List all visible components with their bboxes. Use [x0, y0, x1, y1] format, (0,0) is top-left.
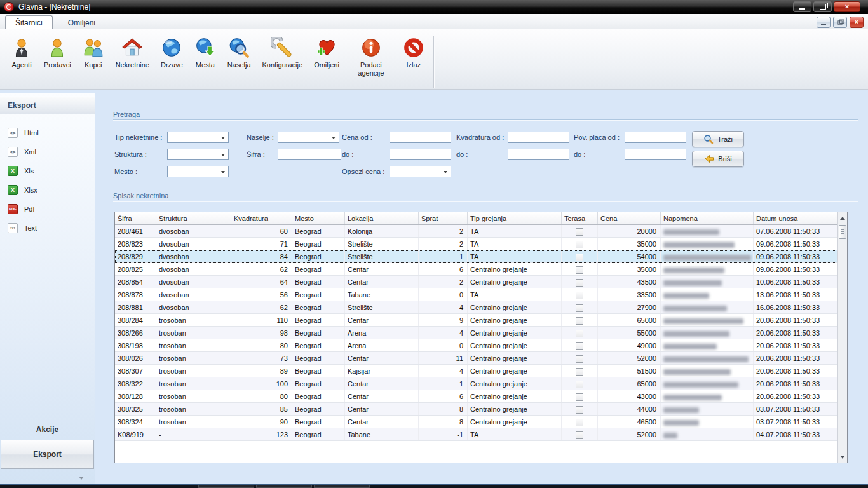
sifra-input[interactable]: [278, 149, 341, 160]
column-header[interactable]: Sprat: [419, 212, 468, 224]
cena-od-input[interactable]: [390, 132, 451, 143]
scroll-up-button[interactable]: [838, 213, 847, 223]
toolbar-button-naselja[interactable]: Naselja: [222, 34, 257, 72]
terasa-checkbox[interactable]: [576, 241, 583, 248]
table-row[interactable]: 308/266trosoban98BeogradArena4Centralno …: [115, 327, 837, 339]
toolbar-button-nekretnine[interactable]: Nekretnine: [110, 34, 155, 72]
opsezi-cena-select[interactable]: [390, 166, 451, 177]
tab-omiljeni[interactable]: Omiljeni: [58, 15, 105, 30]
table-row[interactable]: 308/284trosoban110BeogradCentar9Centraln…: [115, 314, 837, 327]
terasa-checkbox[interactable]: [576, 330, 583, 337]
brisi-button[interactable]: Briši: [692, 151, 744, 167]
napomena-cell-redacted: [661, 288, 754, 301]
table-row[interactable]: 308/128trosoban80BeogradCentar6Centralno…: [115, 390, 837, 403]
sidebar-item-xml[interactable]: <>Xml: [0, 142, 95, 161]
triangle-up-icon: [840, 214, 845, 220]
column-header[interactable]: Cena: [598, 212, 661, 224]
sidebar-panel-eksport[interactable]: Eksport: [1, 440, 94, 469]
terasa-checkbox[interactable]: [576, 279, 583, 287]
table-row[interactable]: K08/919-123BeogradTabane-1TA5200004.07.2…: [115, 428, 837, 441]
sidebar-item-xlsx[interactable]: XXlsx: [0, 180, 95, 200]
toolbar-button-izlaz[interactable]: Izlaz: [397, 34, 430, 72]
cell: Beograd: [292, 390, 345, 402]
mesto-select[interactable]: [167, 166, 229, 177]
taskbar-button[interactable]: [314, 485, 370, 488]
column-header[interactable]: Terasa: [562, 212, 598, 224]
column-header[interactable]: Struktura: [156, 212, 231, 224]
table-row[interactable]: 208/461dvosoban60BeogradKolonija2TA20000…: [115, 225, 837, 238]
scrollbar-thumb[interactable]: [839, 225, 846, 239]
scroll-down-button[interactable]: [838, 452, 847, 462]
table-row[interactable]: 308/026trosoban73BeogradCentar11Centraln…: [115, 352, 837, 365]
cena-do-input[interactable]: [390, 149, 451, 160]
mdi-restore-button[interactable]: [833, 17, 847, 28]
terasa-checkbox[interactable]: [576, 368, 583, 376]
terasa-checkbox[interactable]: [576, 381, 583, 388]
terasa-checkbox[interactable]: [576, 228, 583, 236]
sidebar-panel-akcije[interactable]: Akcije: [0, 419, 95, 438]
terasa-checkbox[interactable]: [576, 342, 583, 350]
column-header[interactable]: Kvadratura: [231, 212, 292, 224]
kvadratura-od-input[interactable]: [508, 132, 569, 143]
column-header[interactable]: Datum unosa: [754, 212, 837, 224]
toolbar-button-konfiguracije[interactable]: Konfiguracije: [257, 34, 309, 72]
trazi-button[interactable]: Traži: [692, 131, 744, 147]
table-row[interactable]: 208/823dvosoban71BeogradStrelište2TA3500…: [115, 238, 837, 250]
toolbar-button-omiljeni[interactable]: Omiljeni: [308, 34, 345, 72]
sidebar-item-text[interactable]: txtText: [0, 219, 95, 238]
table-row[interactable]: 208/881dvosoban62BeogradStrelište4Centra…: [115, 301, 837, 314]
table-row[interactable]: 308/325trosoban85BeogradCentar8Centralno…: [115, 403, 837, 416]
column-header[interactable]: Mesto: [292, 212, 345, 224]
tip-nekretnine-select[interactable]: [167, 132, 229, 143]
pov-placa-do-input[interactable]: [625, 149, 686, 160]
column-header[interactable]: Lokacija: [345, 212, 419, 224]
taskbar-button[interactable]: [256, 485, 312, 488]
toolbar-button-agenti[interactable]: Agenti: [5, 34, 38, 72]
terasa-checkbox[interactable]: [576, 266, 583, 274]
taskbar-button[interactable]: [198, 485, 254, 488]
terasa-checkbox[interactable]: [576, 393, 583, 401]
toolbar-button-drzave[interactable]: Drzave: [155, 34, 189, 72]
terasa-checkbox[interactable]: [576, 431, 583, 439]
naselje-select[interactable]: [278, 132, 339, 143]
content-area: Pretraga Tip nekretnine :Naselje :Cena o…: [95, 93, 868, 484]
mdi-close-button[interactable]: ×: [850, 17, 864, 28]
table-row[interactable]: 208/878dvosoban56BeogradTabane0TA3350013…: [115, 288, 837, 301]
sidebar-overflow-chevron[interactable]: [0, 474, 95, 484]
pov-placa-od-input[interactable]: [625, 132, 686, 143]
toolbar-button-prodavci[interactable]: Prodavci: [38, 34, 77, 72]
table-row[interactable]: 308/198trosoban80BeogradArena0Centralno …: [115, 339, 837, 352]
column-header[interactable]: Napomena: [661, 212, 754, 224]
struktura-select[interactable]: [167, 149, 229, 160]
toolbar-button-podaci-agencije[interactable]: Podaci agencije: [345, 34, 397, 80]
table-row[interactable]: 208/825dvosoban62BeogradCentar6Centralno…: [115, 263, 837, 276]
mdi-minimize-button[interactable]: [817, 17, 831, 28]
table-row[interactable]: 308/322trosoban100BeogradCentar1Centraln…: [115, 377, 837, 390]
table-row[interactable]: 208/854dvosoban64BeogradCentar2Centralno…: [115, 276, 837, 288]
vertical-scrollbar[interactable]: [837, 212, 847, 463]
table-row[interactable]: 308/307trosoban89BeogradKajsijar4Central…: [115, 365, 837, 377]
kvadratura-do-input[interactable]: [508, 149, 569, 160]
terasa-cell: [562, 390, 598, 402]
sidebar-item-html[interactable]: <>Html: [0, 123, 95, 142]
sidebar-item-xls[interactable]: XXls: [0, 161, 95, 180]
terasa-checkbox[interactable]: [576, 317, 583, 325]
terasa-checkbox[interactable]: [576, 419, 583, 426]
table-row[interactable]: 308/324trosoban90BeogradCentar8Centralno…: [115, 416, 837, 428]
table-row[interactable]: 208/829dvosoban84BeogradStrelište1TA5400…: [115, 250, 837, 263]
sidebar-item-pdf[interactable]: PDFPdf: [0, 200, 95, 219]
column-header[interactable]: Šifra: [115, 212, 156, 224]
column-header[interactable]: Tip grejanja: [468, 212, 562, 224]
restore-button[interactable]: [813, 1, 832, 12]
tab-sifarnici[interactable]: Šifarnici: [5, 15, 53, 30]
cell: 35000: [598, 238, 661, 250]
terasa-checkbox[interactable]: [576, 406, 583, 414]
terasa-checkbox[interactable]: [576, 254, 583, 261]
close-button[interactable]: ×: [834, 1, 860, 12]
terasa-checkbox[interactable]: [576, 292, 583, 299]
terasa-checkbox[interactable]: [576, 355, 583, 363]
toolbar-button-mesta[interactable]: Mesta: [189, 34, 222, 72]
terasa-checkbox[interactable]: [576, 304, 583, 312]
toolbar-button-kupci[interactable]: Kupci: [77, 34, 110, 72]
minimize-button[interactable]: [793, 1, 811, 12]
